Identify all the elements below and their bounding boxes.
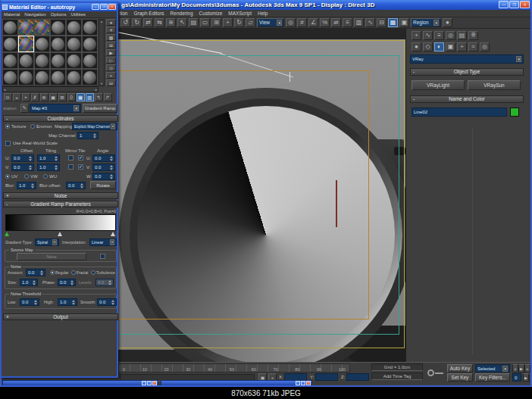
name-and-color-rollout[interactable]: - Name and Color — [410, 95, 524, 103]
render-setup-icon[interactable]: ▣ — [399, 18, 409, 27]
chevron-down-icon[interactable]: ▾ — [502, 366, 508, 372]
expand-icon[interactable]: + — [6, 193, 9, 199]
me-menu-options[interactable]: Options — [51, 12, 67, 17]
smooth-spinner[interactable]: 0.0 — [97, 298, 117, 306]
spinner-icon[interactable] — [30, 182, 34, 189]
material-slot-19[interactable] — [2, 69, 18, 86]
minimize-button[interactable]: — — [499, 1, 509, 8]
vraysun-button[interactable]: VRaySun — [468, 80, 521, 90]
material-slot-14[interactable] — [18, 52, 34, 69]
use-center-icon[interactable]: ◎ — [286, 18, 296, 27]
amount-spinner[interactable]: 0.0 — [26, 269, 45, 276]
map-name-dropdown[interactable]: Map #3 ▾ — [30, 104, 81, 113]
chevron-down-icon[interactable]: ▾ — [277, 20, 282, 26]
me-minimize-button[interactable]: — — [92, 4, 99, 10]
material-slot-24[interactable] — [82, 69, 98, 86]
gradient-flag-start[interactable] — [5, 232, 9, 236]
sample-horizontal-scrollbar[interactable]: ◄► — [2, 86, 99, 92]
material-editor-titlebar[interactable]: Material Editor - autotropy —❐✕ — [2, 3, 117, 11]
low-spinner[interactable]: 0.0 — [20, 298, 39, 306]
spinner-icon[interactable] — [109, 154, 113, 162]
collapse-icon[interactable]: - — [6, 116, 8, 122]
go-to-parent-icon[interactable]: ↰ — [95, 93, 103, 101]
regular-radio[interactable] — [50, 270, 55, 275]
spinner-icon[interactable] — [32, 279, 36, 286]
put-material-to-scene-icon[interactable]: ◒ — [13, 93, 21, 101]
background-icon[interactable]: ▩ — [106, 34, 116, 41]
play-button[interactable]: ▶ — [518, 364, 524, 373]
show-map-in-viewport-icon[interactable]: ▦ — [77, 93, 85, 101]
coordinates-rollout[interactable]: - Coordinates — [3, 115, 118, 122]
blur-offset-spinner[interactable]: 0.0 — [66, 182, 86, 189]
material-slot-11[interactable] — [66, 36, 82, 52]
material-slot-1[interactable] — [2, 19, 18, 36]
spinner-icon[interactable] — [54, 154, 58, 162]
align-icon[interactable]: ≡ — [343, 18, 352, 27]
collapse-icon[interactable]: - — [6, 201, 8, 207]
material-slot-21[interactable] — [34, 69, 50, 86]
category-cameras[interactable]: ▣ — [446, 42, 455, 51]
tab-display[interactable]: ▤ — [457, 31, 467, 40]
menu-graph-editors[interactable]: Graph Editors — [133, 11, 164, 16]
tab-motion[interactable]: ◎ — [446, 31, 455, 40]
category-space-warps[interactable]: ≈ — [468, 42, 478, 51]
auto-key-button[interactable]: Auto Key — [447, 364, 473, 373]
tab-hierarchy[interactable]: ≡ — [434, 31, 444, 40]
collapse-icon[interactable]: - — [413, 96, 415, 102]
u-tile-checkbox[interactable] — [78, 155, 83, 161]
noise-rollout[interactable]: + Noise — [3, 192, 118, 199]
material-slot-23[interactable] — [66, 69, 82, 86]
v-mirror-checkbox[interactable] — [68, 164, 74, 170]
turbulence-radio[interactable] — [91, 270, 95, 275]
material-slot-12[interactable] — [82, 36, 98, 52]
set-key-button[interactable]: Set Key — [447, 373, 473, 382]
menu-help[interactable]: Help — [258, 11, 268, 16]
u-mirror-checkbox[interactable] — [68, 155, 74, 161]
output-rollout[interactable]: + Output — [3, 313, 118, 320]
category-systems[interactable]: ◎ — [480, 42, 490, 51]
menu-maxscript[interactable]: MAXScript — [228, 11, 252, 16]
chevron-down-icon[interactable]: ▾ — [74, 105, 79, 111]
object-color-swatch[interactable] — [510, 108, 519, 117]
material-slot-10[interactable] — [50, 36, 66, 52]
y-coordinate-field[interactable] — [315, 373, 338, 381]
object-type-rollout[interactable]: - Object Type — [410, 68, 524, 76]
schematic-view-icon[interactable]: ⊟ — [377, 18, 386, 27]
category-shapes[interactable]: ◇ — [423, 42, 433, 51]
spinner-icon[interactable] — [80, 182, 83, 189]
high-spinner[interactable]: 1.0 — [58, 298, 77, 306]
undo-icon[interactable]: ↺ — [120, 18, 130, 27]
put-to-library-icon[interactable]: ⊞ — [58, 93, 67, 101]
make-material-copy-icon[interactable]: ⊕ — [40, 93, 49, 101]
gradient-ramp-parameters-rollout[interactable]: - Gradient Ramp Parameters — [3, 201, 118, 207]
material-slot-2[interactable] — [18, 19, 34, 36]
timeline-ruler[interactable]: 0102030405060708090100 — [118, 363, 350, 373]
bind-to-space-warp-icon[interactable]: ≋ — [166, 18, 176, 27]
selection-set-dropdown[interactable]: Selected ▾ — [475, 364, 510, 373]
source-map-checkbox[interactable] — [100, 254, 105, 259]
chevron-down-icon[interactable]: ▾ — [110, 239, 114, 245]
material-slot-9[interactable] — [34, 36, 50, 52]
layer-manager-icon[interactable]: ▥ — [354, 18, 364, 27]
gradient-type-dropdown[interactable]: Spiral ▾ — [35, 238, 59, 246]
add-time-tag[interactable]: Add Time Tag — [371, 373, 423, 380]
reference-coordinate-dropdown[interactable]: View▾ — [257, 18, 284, 27]
environ-radio[interactable] — [30, 124, 35, 129]
material-slot-5[interactable] — [66, 19, 82, 36]
u-tiling-spinner[interactable]: 1.0 — [37, 154, 60, 162]
material-slot-6[interactable] — [82, 19, 98, 36]
spinner-icon[interactable] — [109, 164, 113, 171]
spinner-icon[interactable] — [39, 269, 43, 276]
selection-region-icon[interactable]: ▭ — [200, 18, 210, 27]
make-unique-icon[interactable]: ▣ — [49, 93, 58, 101]
fractal-radio[interactable] — [71, 270, 76, 275]
key-filters-button[interactable]: Key Filters... — [475, 373, 510, 382]
category-geometry[interactable]: ● — [412, 42, 421, 51]
gradient-flag-middle[interactable] — [58, 232, 62, 236]
spinner-icon[interactable] — [71, 298, 75, 306]
spinner-icon[interactable] — [92, 132, 96, 139]
go-to-end-button[interactable]: » — [524, 364, 530, 373]
spinner-icon[interactable] — [33, 298, 37, 306]
go-to-start-button[interactable]: « — [512, 364, 518, 373]
object-name-field[interactable]: Line02 — [412, 108, 507, 117]
